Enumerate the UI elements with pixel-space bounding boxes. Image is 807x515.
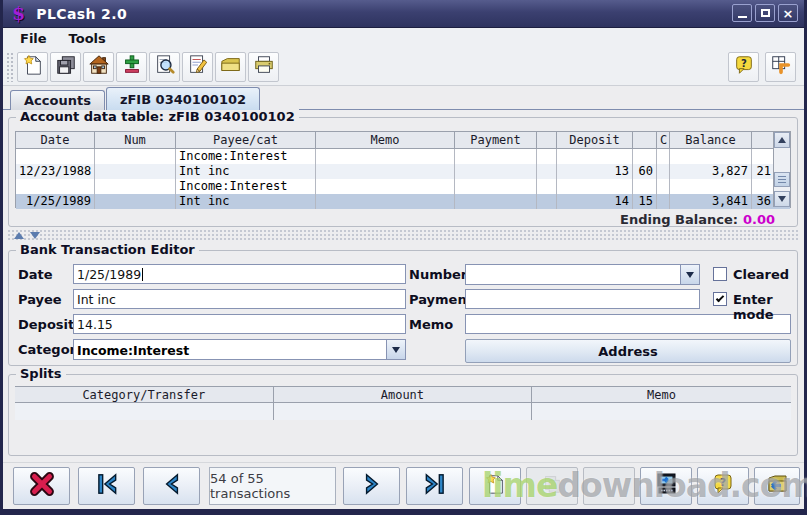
skip-last-icon (422, 471, 448, 501)
menu-file[interactable]: File (11, 30, 56, 47)
number-value (466, 265, 680, 284)
close-button[interactable]: × (778, 4, 798, 22)
delete-transaction-button[interactable] (13, 467, 70, 505)
accounts-window-button[interactable] (765, 52, 796, 82)
cell-deposit[interactable]: 14 (557, 194, 633, 209)
number-dropdown-button[interactable] (680, 265, 699, 284)
toolbar-grip[interactable] (6, 52, 13, 82)
previous-transaction-button[interactable] (143, 467, 200, 505)
new-transaction-button[interactable] (469, 467, 521, 505)
payee-input[interactable]: Int inc (73, 289, 406, 309)
table-row[interactable]: 12/23/1988 Int inc 13 60 3,827 21 (16, 164, 790, 179)
next-transaction-button[interactable] (343, 467, 400, 505)
col-header-deposit[interactable]: Deposit (557, 132, 633, 148)
ending-balance-label: Ending Balance: (620, 212, 738, 227)
deposit-input[interactable]: 14.15 (73, 314, 406, 334)
maximize-icon (761, 9, 770, 17)
col-header-memo[interactable]: Memo (316, 132, 455, 148)
window-title: PLCash 2.0 (36, 6, 127, 22)
col-header-payment-cents[interactable] (537, 132, 557, 148)
cell-date[interactable]: 1/25/1989 (16, 194, 95, 209)
address-button[interactable]: Address (465, 339, 791, 363)
open-button[interactable] (215, 52, 246, 82)
col-header-payment[interactable]: Payment (455, 132, 537, 148)
title-bar[interactable]: $ PLCash 2.0 × (3, 0, 804, 28)
exit-button[interactable] (754, 467, 800, 505)
col-header-date[interactable]: Date (16, 132, 95, 148)
enter-mode-checkbox[interactable] (713, 292, 727, 306)
print-button[interactable] (248, 52, 279, 82)
text-caret (142, 268, 143, 281)
new-file-button[interactable] (17, 52, 48, 82)
cell-balance[interactable]: 3,827 (670, 164, 752, 179)
payee-label: Payee (18, 292, 62, 307)
col-header-balance[interactable]: Balance (670, 132, 752, 148)
help-nav-button[interactable]: ? (697, 467, 749, 505)
minimize-button[interactable] (732, 4, 752, 22)
scroll-up-button[interactable] (774, 132, 790, 148)
payment-input[interactable] (465, 289, 700, 309)
exit-folder-icon (765, 472, 789, 500)
help-button[interactable]: ? (728, 52, 759, 82)
minimize-icon (738, 16, 747, 18)
scrollbar-thumb[interactable] (774, 172, 790, 187)
cell-category[interactable]: Income:Interest (176, 149, 316, 164)
print-icon (253, 54, 275, 80)
cell-deposit-cents[interactable]: 60 (633, 164, 657, 179)
col-header-num[interactable]: Num (95, 132, 176, 148)
category-combobox[interactable]: Income:Interest (73, 339, 406, 360)
col-header-deposit-cents[interactable] (633, 132, 657, 148)
transaction-table[interactable]: Date Num Payee/cat Memo Payment Deposit … (15, 131, 791, 208)
account-table-title: Account data table: zFIB 0340100102 (16, 109, 299, 124)
register-button[interactable] (640, 467, 692, 505)
category-dropdown-button[interactable] (386, 340, 405, 359)
splits-empty-row[interactable] (15, 403, 791, 420)
number-combobox[interactable] (465, 264, 700, 285)
add-transaction-button[interactable] (116, 52, 147, 82)
splits-col-memo[interactable]: Memo (532, 387, 791, 402)
splits-col-category[interactable]: Category/Transfer (15, 387, 274, 402)
home-button[interactable] (83, 52, 114, 82)
find-button[interactable] (149, 52, 180, 82)
cell-deposit[interactable]: 13 (557, 164, 633, 179)
col-header-payee[interactable]: Payee/cat (176, 132, 316, 148)
date-input[interactable]: 1/25/1989 (73, 264, 406, 284)
split-pane-divider[interactable] (7, 229, 800, 242)
edit-button[interactable] (182, 52, 213, 82)
arrow-down-icon (778, 196, 786, 202)
cell-category[interactable]: Income:Interest (176, 179, 316, 194)
navigation-bar: 54 of 55 transactions ? (3, 462, 804, 509)
cleared-checkbox[interactable] (713, 267, 727, 281)
first-transaction-button[interactable] (78, 467, 135, 505)
table-row[interactable]: Income:Interest (16, 149, 790, 164)
tab-accounts[interactable]: Accounts (10, 90, 105, 110)
cell-balance-cents[interactable]: 36 (752, 194, 774, 209)
table-row[interactable]: Income:Interest (16, 179, 790, 194)
last-transaction-button[interactable] (406, 467, 463, 505)
cell-balance-cents[interactable]: 21 (752, 164, 774, 179)
scroll-down-button[interactable] (774, 191, 790, 207)
save-button[interactable] (50, 52, 81, 82)
splits-table[interactable]: Category/Transfer Amount Memo (15, 386, 791, 420)
enter-mode-label: Enter mode (733, 292, 797, 322)
cell-payee[interactable]: Int inc (176, 164, 316, 179)
table-row-selected[interactable]: 1/25/1989 Int inc 14 15 3,841 36 (16, 194, 790, 209)
new-document-icon (22, 54, 44, 80)
svg-text:?: ? (741, 58, 747, 69)
col-header-cleared[interactable]: C (657, 132, 670, 148)
tab-account-zfib[interactable]: zFIB 0340100102 (106, 87, 260, 110)
col-header-balance-cents[interactable] (752, 132, 774, 148)
splits-header-row: Category/Transfer Amount Memo (15, 386, 791, 403)
collapse-up-icon[interactable] (14, 232, 24, 239)
table-scrollbar[interactable] (773, 132, 790, 207)
splits-col-amount[interactable]: Amount (274, 387, 533, 402)
accounts-window-icon (770, 54, 792, 80)
maximize-button[interactable] (755, 4, 775, 22)
cell-balance[interactable]: 3,841 (670, 194, 752, 209)
svg-text:?: ? (720, 476, 726, 489)
cell-deposit-cents[interactable]: 15 (633, 194, 657, 209)
collapse-down-icon[interactable] (30, 232, 40, 239)
cell-date[interactable]: 12/23/1988 (16, 164, 95, 179)
menu-tools[interactable]: Tools (60, 30, 115, 47)
cell-payee[interactable]: Int inc (176, 194, 316, 209)
